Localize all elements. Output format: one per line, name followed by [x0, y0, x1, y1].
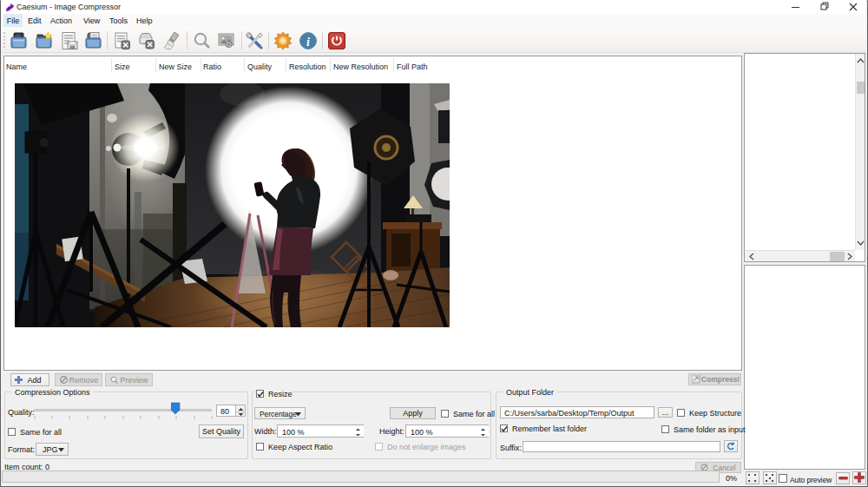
svg-text:i: i	[306, 36, 310, 49]
